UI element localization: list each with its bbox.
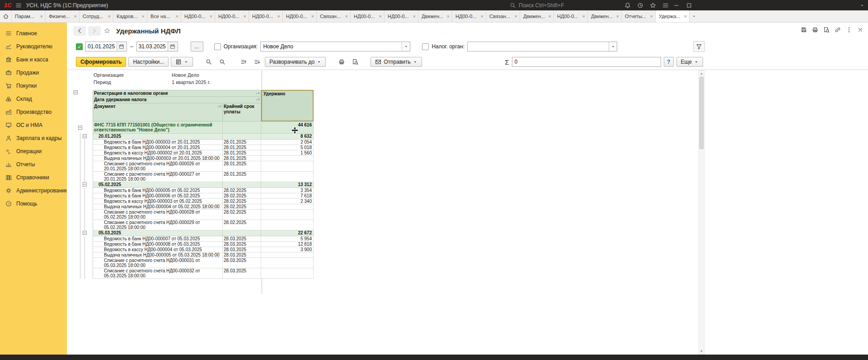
- tab[interactable]: НД00-0...×: [554, 10, 588, 22]
- tab-close-icon[interactable]: ×: [650, 14, 653, 19]
- deadline-cell[interactable]: 28.02.2025: [223, 193, 261, 199]
- withheld-cell[interactable]: 5 018: [261, 145, 314, 150]
- print-preview-icon[interactable]: [823, 27, 830, 33]
- tab[interactable]: Связан...×: [317, 10, 351, 22]
- deadline-cell[interactable]: 28.01.2025: [223, 172, 261, 182]
- titlebar-dropdown-icon[interactable]: [860, 0, 864, 10]
- tab[interactable]: Все на...×: [147, 10, 181, 22]
- tab-close-icon[interactable]: ×: [345, 14, 348, 19]
- main-menu-icon[interactable]: [15, 2, 22, 9]
- sidebar-item-glavnoe[interactable]: Главное: [0, 27, 67, 40]
- tab-list-dropdown-icon[interactable]: [690, 10, 699, 22]
- withheld-cell[interactable]: 13 312: [261, 182, 314, 188]
- sort-icon[interactable]: [255, 97, 260, 103]
- maximize-icon[interactable]: [686, 2, 692, 9]
- minimize-icon[interactable]: [673, 2, 680, 9]
- filter-funnel-icon[interactable]: [693, 41, 705, 52]
- tab-close-icon[interactable]: ×: [74, 14, 77, 19]
- withheld-cell[interactable]: [261, 172, 314, 182]
- withheld-cell[interactable]: 2 054: [261, 140, 314, 145]
- sidebar-item-zarplata-i-kadry[interactable]: Зарплата и кадры: [0, 131, 67, 145]
- tab[interactable]: Сотруд...×: [80, 10, 113, 22]
- withheld-cell[interactable]: [261, 204, 314, 210]
- sidebar-item-spravochniki[interactable]: Справочники: [0, 171, 67, 184]
- tab-close-icon[interactable]: ×: [379, 14, 382, 19]
- sidebar-item-administrirovanie[interactable]: Администрирование: [0, 184, 67, 197]
- tax-authority-combo[interactable]: [467, 42, 617, 51]
- withheld-cell[interactable]: [261, 220, 314, 230]
- sidebar-item-sklad[interactable]: Склад: [0, 92, 67, 105]
- collapse-group-button[interactable]: −: [78, 126, 82, 130]
- document-cell[interactable]: Списание с расчетного счета НД00-000027 …: [93, 172, 223, 182]
- report-spreadsheet[interactable]: Организация Новое Дело Период 1 квартал …: [67, 70, 868, 355]
- deadline-cell[interactable]: 28.01.2025: [223, 161, 261, 172]
- document-cell[interactable]: Выдача наличных НД00-000003 от 20.01.202…: [93, 156, 223, 161]
- document-cell[interactable]: Списание с расчетного счета НД00-000028 …: [93, 210, 223, 220]
- report-variant-button[interactable]: [171, 57, 193, 67]
- tab-close-icon[interactable]: ×: [311, 14, 314, 19]
- tab[interactable]: Удержа...×: [656, 10, 690, 22]
- date-from-input[interactable]: [86, 42, 117, 51]
- collapse-levels-icon[interactable]: [238, 57, 249, 67]
- document-cell[interactable]: 05.02.2025: [93, 182, 223, 188]
- deadline-cell[interactable]: 28.02.2025: [223, 204, 261, 210]
- withheld-cell[interactable]: 12 818: [261, 242, 314, 247]
- deadline-cell[interactable]: 28.03.2025: [223, 247, 261, 252]
- tax-authority-checkbox[interactable]: [422, 43, 429, 50]
- chevron-down-icon[interactable]: [609, 42, 617, 51]
- global-search[interactable]: Поиск Ctrl+Shift+F: [510, 0, 564, 10]
- header-registration[interactable]: Регистрация в налоговом органе: [93, 90, 261, 97]
- tab-close-icon[interactable]: ×: [277, 14, 280, 19]
- tab[interactable]: Движен...×: [418, 10, 452, 22]
- scrollbar-thumb[interactable]: [699, 77, 704, 149]
- deadline-cell[interactable]: 28.03.2025: [223, 236, 261, 242]
- deadline-cell[interactable]: [223, 134, 261, 140]
- withheld-cell[interactable]: [261, 161, 314, 172]
- sort-icon[interactable]: [255, 91, 260, 96]
- tab[interactable]: Физиче...×: [46, 10, 80, 22]
- date-to-field[interactable]: [136, 42, 178, 51]
- more-kebab-icon[interactable]: [846, 27, 852, 33]
- tab[interactable]: Парам...×: [12, 10, 46, 22]
- withheld-cell[interactable]: 5 954: [261, 236, 314, 242]
- deadline-cell[interactable]: 28.01.2025: [223, 150, 261, 156]
- chevron-down-icon[interactable]: [402, 42, 410, 51]
- withheld-cell[interactable]: 3 354: [261, 188, 314, 193]
- document-cell[interactable]: Ведомость в банк НД00-000006 от 05.02.20…: [93, 193, 223, 199]
- deadline-cell[interactable]: 28.01.2025: [223, 140, 261, 145]
- deadline-cell[interactable]: [223, 182, 261, 188]
- sidebar-item-os-i-nma[interactable]: ОС и НМА: [0, 118, 67, 131]
- tab[interactable]: Движен...×: [520, 10, 554, 22]
- sidebar-item-prodazhi[interactable]: Продажи: [0, 66, 67, 79]
- scroll-up-icon[interactable]: ▲: [699, 70, 704, 76]
- document-cell[interactable]: Списание с расчетного счета НД00-000026 …: [93, 161, 223, 172]
- save-icon[interactable]: [801, 27, 807, 33]
- sidebar-item-rukovoditelyu[interactable]: Руководителю: [0, 40, 67, 53]
- tab[interactable]: НД00-0...×: [283, 10, 317, 22]
- withheld-cell[interactable]: 7 618: [261, 193, 314, 199]
- header-document[interactable]: Документ: [93, 103, 223, 122]
- tab-close-icon[interactable]: ×: [244, 14, 246, 19]
- tab-close-icon[interactable]: ×: [616, 14, 619, 19]
- tab-close-icon[interactable]: ×: [515, 14, 517, 19]
- document-cell[interactable]: Ведомость в кассу НД00-000003 от 05.02.2…: [93, 199, 223, 204]
- collapse-group-button[interactable]: −: [83, 182, 87, 187]
- find-next-icon[interactable]: [216, 57, 228, 67]
- report-info-row[interactable]: Организация Новое Дело: [73, 72, 314, 79]
- favorites-star-icon[interactable]: [650, 2, 656, 9]
- withheld-cell[interactable]: [261, 258, 314, 268]
- sidebar-item-pomoshch[interactable]: ?Помощь: [0, 197, 67, 210]
- withheld-cell[interactable]: [261, 268, 314, 279]
- favorite-star-icon[interactable]: [104, 28, 110, 34]
- sidebar-item-pokupki[interactable]: Покупки: [0, 79, 67, 92]
- sum-field[interactable]: [512, 57, 661, 67]
- sidebar-item-bank-i-kassa[interactable]: Банк и касса: [0, 53, 67, 66]
- withheld-cell[interactable]: [261, 156, 314, 161]
- deadline-cell[interactable]: 28.02.2025: [223, 220, 261, 230]
- document-cell[interactable]: Ведомость в банк НД00-000003 от 20.01.20…: [93, 140, 223, 145]
- print-icon[interactable]: [812, 27, 818, 33]
- withheld-cell[interactable]: 1 560: [261, 150, 314, 156]
- document-cell[interactable]: Списание с расчетного счета НД00-000029 …: [93, 220, 223, 230]
- withheld-cell[interactable]: 22 672: [261, 230, 314, 236]
- collapse-all-button[interactable]: −: [74, 90, 78, 94]
